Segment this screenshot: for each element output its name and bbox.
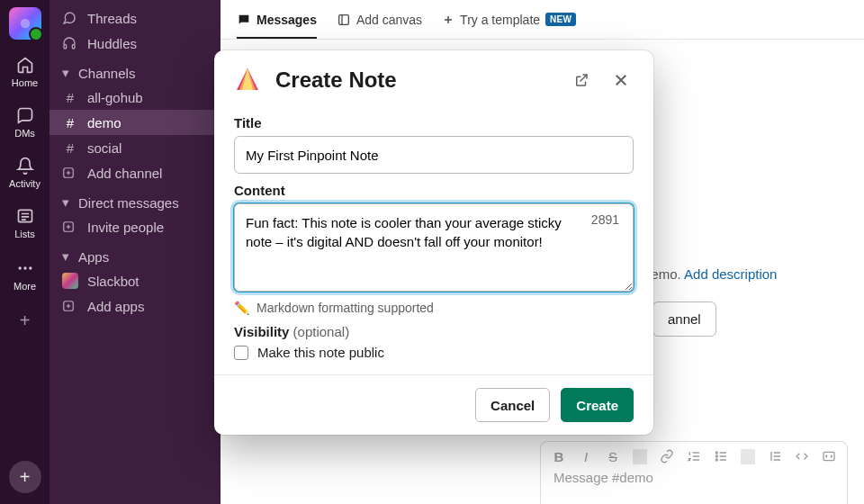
modal-title: Create Note — [275, 68, 554, 93]
modal-footer: Cancel Create — [214, 374, 653, 435]
checkbox-icon[interactable] — [234, 346, 248, 360]
visibility-label-text: Visibility — [234, 324, 293, 339]
public-checkbox-row[interactable]: Make this note public — [234, 345, 634, 360]
cancel-button[interactable]: Cancel — [475, 388, 550, 422]
title-input[interactable] — [234, 136, 634, 174]
modal-body: Title Content 2891 ✏️ Markdown formattin… — [214, 99, 653, 374]
markdown-helper: ✏️ Markdown formatting supported — [234, 301, 634, 315]
create-note-modal: Create Note Title Content 2891 ✏️ Markdo… — [214, 50, 653, 435]
open-external-button[interactable] — [569, 68, 594, 93]
checkbox-label: Make this note public — [257, 345, 384, 360]
external-link-icon — [573, 72, 590, 88]
close-button[interactable] — [608, 68, 634, 93]
char-counter: 2891 — [591, 212, 619, 227]
modal-header: Create Note — [214, 50, 653, 99]
create-button[interactable]: Create — [561, 388, 634, 422]
pencil-icon: ✏️ — [234, 301, 249, 315]
visibility-label: Visibility (optional) — [234, 324, 634, 339]
optional-text: (optional) — [293, 324, 350, 339]
content-label: Content — [234, 183, 634, 198]
app-logo-icon — [234, 67, 261, 94]
close-icon — [613, 72, 629, 88]
content-textarea[interactable] — [234, 203, 634, 292]
helper-text: Markdown formatting supported — [256, 301, 434, 315]
title-label: Title — [234, 115, 634, 130]
